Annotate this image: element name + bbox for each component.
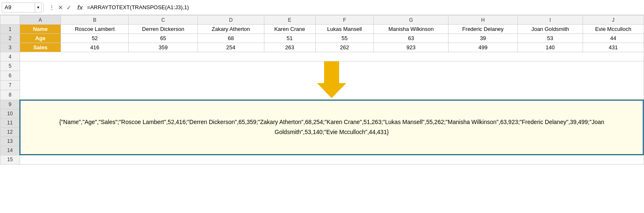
- cell-I1[interactable]: Joan Goldsmith: [517, 25, 583, 34]
- cell-A3[interactable]: Sales: [20, 43, 61, 52]
- row-num-7: 7: [0, 81, 20, 90]
- column-headers-row: A B C D E F G H I J: [0, 15, 644, 25]
- col-header-E[interactable]: E: [264, 15, 315, 25]
- row-num-14: 14: [0, 146, 20, 155]
- cell-G1[interactable]: Manisha Wilkinson: [374, 25, 449, 34]
- cell-A2[interactable]: Age: [20, 34, 61, 43]
- spreadsheet-table: A B C D E F G H I J 1 Name Roscoe Lamber…: [0, 15, 644, 165]
- cell-H3[interactable]: 499: [449, 43, 517, 52]
- cell-B3[interactable]: 416: [61, 43, 129, 52]
- row-num-13: 13: [0, 137, 20, 146]
- table-row: 4: [0, 52, 644, 61]
- col-header-B[interactable]: B: [61, 15, 129, 25]
- formula-bar-actions: ⋮ ✕ ✓: [48, 3, 72, 12]
- cell-I2[interactable]: 53: [517, 34, 583, 43]
- col-header-rownum: [0, 15, 20, 25]
- row-num-9: 9: [0, 100, 20, 109]
- cell-D1[interactable]: Zakary Atherton: [198, 25, 264, 34]
- table-row: 1 Name Roscoe Lambert Derren Dickerson Z…: [0, 25, 644, 34]
- cell-F2[interactable]: 55: [315, 34, 374, 43]
- cell-15-empty[interactable]: [20, 155, 644, 164]
- down-arrow: [317, 61, 346, 98]
- confirm-icon[interactable]: ✓: [66, 3, 72, 12]
- spreadsheet: A B C D E F G H I J 1 Name Roscoe Lamber…: [0, 15, 644, 165]
- row-num-11: 11: [0, 118, 20, 127]
- cell-E2[interactable]: 51: [264, 34, 315, 43]
- cell-E1[interactable]: Karen Crane: [264, 25, 315, 34]
- cell-C2[interactable]: 65: [129, 34, 198, 43]
- more-options-icon[interactable]: ⋮: [48, 3, 56, 12]
- cell-B1[interactable]: Roscoe Lambert: [61, 25, 129, 34]
- cell-J2[interactable]: 44: [583, 34, 644, 43]
- col-header-G[interactable]: G: [374, 15, 449, 25]
- cell-A1[interactable]: Name: [20, 25, 61, 34]
- formula-bar: A9 ▾ ⋮ ✕ ✓ fx: [0, 0, 644, 15]
- cell-C1[interactable]: Derren Dickerson: [129, 25, 198, 34]
- table-row: 3 Sales 416 359 254 263 262 923 499 140 …: [0, 43, 644, 52]
- cell-G3[interactable]: 923: [374, 43, 449, 52]
- col-header-I[interactable]: I: [517, 15, 583, 25]
- formula-input[interactable]: [85, 4, 642, 10]
- row-num-15: 15: [0, 155, 20, 164]
- cell-D3[interactable]: 254: [198, 43, 264, 52]
- table-row: 5: [0, 61, 644, 71]
- cell-E3[interactable]: 263: [264, 43, 315, 52]
- formula-bar-divider: [43, 3, 44, 13]
- col-header-J[interactable]: J: [583, 15, 644, 25]
- col-header-F[interactable]: F: [315, 15, 374, 25]
- cell-G2[interactable]: 63: [374, 34, 449, 43]
- cell-C3[interactable]: 359: [129, 43, 198, 52]
- row-num-8: 8: [0, 90, 20, 100]
- cell-F3[interactable]: 262: [315, 43, 374, 52]
- cell-I3[interactable]: 140: [517, 43, 583, 52]
- cell-5-empty[interactable]: [20, 61, 644, 100]
- row-num-6: 6: [0, 71, 20, 81]
- cell-B2[interactable]: 52: [61, 34, 129, 43]
- cell-D2[interactable]: 68: [198, 34, 264, 43]
- col-header-C[interactable]: C: [129, 15, 198, 25]
- col-header-A[interactable]: A: [20, 15, 61, 25]
- table-row: 9 {"Name","Age","Sales";"Roscoe Lambert"…: [0, 100, 644, 109]
- row-num-1: 1: [0, 25, 20, 34]
- cell-H2[interactable]: 39: [449, 34, 517, 43]
- cell-A9-result[interactable]: {"Name","Age","Sales";"Roscoe Lambert",5…: [20, 100, 644, 155]
- cell-F1[interactable]: Lukas Mansell: [315, 25, 374, 34]
- cell-J3[interactable]: 431: [583, 43, 644, 52]
- cell-H1[interactable]: Frederic Delaney: [449, 25, 517, 34]
- cell-reference-box[interactable]: A9: [2, 3, 35, 13]
- fx-label: fx: [77, 4, 83, 11]
- table-row: 15: [0, 155, 644, 164]
- row-num-2: 2: [0, 34, 20, 43]
- cancel-icon[interactable]: ✕: [57, 3, 64, 12]
- row-num-4: 4: [0, 52, 20, 61]
- cell-ref-dropdown[interactable]: ▾: [35, 3, 42, 13]
- row-num-12: 12: [0, 127, 20, 137]
- cell-J1[interactable]: Evie Mcculloch: [583, 25, 644, 34]
- row-num-10: 10: [0, 109, 20, 118]
- col-header-D[interactable]: D: [198, 15, 264, 25]
- cell-4-empty[interactable]: [20, 52, 644, 61]
- table-row: 2 Age 52 65 68 51 55 63 39 53 44: [0, 34, 644, 43]
- col-header-H[interactable]: H: [449, 15, 517, 25]
- row-num-3: 3: [0, 43, 20, 52]
- row-num-5: 5: [0, 61, 20, 71]
